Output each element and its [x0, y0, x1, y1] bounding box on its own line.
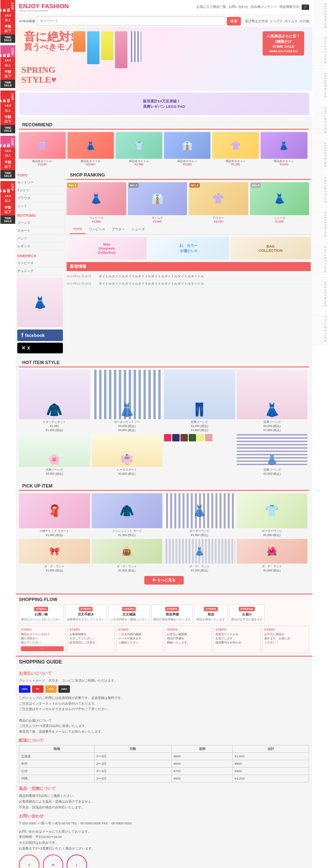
right-sep-3: [312, 103, 328, 103]
payment-icons: VISA MC JCB AMEX: [19, 685, 309, 693]
hotitem-card-4[interactable]: 👗 定番ジーンズ¥6,060 (税込)¥7,800 (税込): [237, 370, 308, 432]
sidebar-time-sale-1: TIMESALE: [0, 35, 15, 43]
logo-tagline: Sell as: More more MORE!: [19, 9, 69, 12]
twitter-label: X: [27, 346, 30, 350]
hotitem-card-1[interactable]: 🧥 スタッデュカット¥1,380¥1,456 (税込): [19, 370, 90, 432]
cat-link-4[interactable]: ニット: [17, 202, 63, 210]
hotitem-name-1: スタッデュカット¥1,380¥1,456 (税込): [19, 420, 90, 432]
ranking-item-4[interactable]: NO.4 👗 シューズ ¥1,200: [250, 182, 310, 223]
search-button[interactable]: 検索: [227, 17, 241, 26]
hotitem-card-6[interactable]: 👘 レーススカート¥2,800 (税込): [92, 434, 163, 476]
cat-link-8[interactable]: レギンス: [17, 243, 63, 251]
table-header-fee2: 合計: [233, 745, 309, 753]
table-cell-1: 北海道: [19, 753, 95, 760]
pickup-card-3[interactable]: 👗 ボーダーワンピ¥1,580 (税込): [164, 493, 235, 537]
sidebar-time-sale-2: TIMESALE: [0, 80, 15, 88]
header-nav-item-1[interactable]: お気に入り商品一覧: [196, 5, 226, 10]
promo-banner-2[interactable]: お、カラーが着たい!!: [148, 237, 229, 260]
flow-step-num-1: STEP1: [34, 607, 48, 611]
flow-d-content-1: 商品をカートに入れて購入手続きへ進んでください。: [21, 632, 64, 645]
product-item-3[interactable]: 👕 商品名タイトル ¥1,500: [115, 132, 162, 166]
ranking-name-1: ワンピース: [67, 216, 126, 220]
facebook-button[interactable]: f facebook: [17, 330, 63, 341]
hotitem-img-2: 👗: [92, 370, 163, 419]
pickup-card-8[interactable]: 🌺 ボ・デ・ラント¥1,680 (税込): [237, 539, 308, 573]
product-item-6[interactable]: 👗 商品名ネキャン ¥3,240: [261, 132, 307, 166]
hotitem-card-7[interactable]: [164, 434, 235, 476]
cat-link-3[interactable]: ブラウス: [17, 195, 63, 202]
hotitem-card-3[interactable]: 👖 定番ジーンズ¥1,456 (税込)¥1,600 (税込): [164, 370, 235, 432]
cat-link-6[interactable]: スカート: [17, 227, 63, 235]
table-cell-16: ¥1,200: [233, 775, 309, 782]
ranking-img-3: NO.3 👚: [189, 182, 248, 215]
product-item-4[interactable]: 👔 商品名ネキャン ¥3,000: [164, 132, 211, 166]
right-collection-9: 2024SPRING: [313, 279, 328, 311]
pickup-section: PICK UP ITEM 🧣 小柄チェック スカート¥1,580 (税込) 🧥 …: [16, 478, 312, 590]
ranking-item-3[interactable]: NO.3 👚 アウター ¥3,200: [189, 182, 248, 223]
pickup-card-2[interactable]: 🧥 メッシュニット カード¥1,580 (税込): [92, 493, 163, 537]
sale-badge[interactable]: 人気商品さらに安！ 4種類だけ 4TIME SALE 4M90.CC-FU15.…: [263, 31, 304, 56]
cart-icon-text[interactable]: 🛒: [302, 5, 309, 10]
table-header-fee: 送料: [171, 745, 233, 753]
header-nav-item-3[interactable]: 読み物コンテンツ: [251, 5, 277, 10]
nav-bottoms[interactable]: ボトムス: [284, 19, 298, 23]
search-input[interactable]: [37, 16, 225, 26]
pickup-card-6[interactable]: 👜 オ・デ・ラント¥1,600 (税込): [92, 539, 163, 573]
cat-link-9[interactable]: ワンピース: [17, 260, 63, 267]
header-nav-item-4[interactable]: 特定商取引法: [279, 5, 299, 10]
news-text-2: タイトルタイトルタイトルタイトルタイトルタイトルタイトルタイトル: [99, 281, 204, 286]
header-nav-item-2[interactable]: お問い合わせ: [229, 5, 248, 10]
table-cell-5: 本州: [19, 760, 95, 768]
flow-d-content-3: ご注文内容の確認メールが届きます。ご確認ください。: [118, 632, 161, 645]
hotitem-card-5[interactable]: 🌸 大柄ジーンズ¥3,450 (税込): [19, 434, 90, 476]
tab-link-shoes[interactable]: シューズ: [128, 225, 148, 234]
tab-link-tops[interactable]: TOPS: [70, 225, 85, 234]
hotitem-img-1: 🧥: [19, 370, 90, 419]
product-item-2[interactable]: 👗 商品名タイトル ¥2,000: [67, 132, 114, 166]
tab-link-onepiece[interactable]: ワンピース: [85, 225, 109, 234]
shipping-table: 地域 日数 送料 合計 北海道 2〜4日 ¥800 ¥1,000: [19, 745, 309, 782]
ranking-item-1[interactable]: NO.1 👗 ワンピース ¥2,800: [67, 182, 126, 223]
size-circle-2: M: [43, 854, 63, 868]
cat-link-10[interactable]: チュニック: [17, 267, 63, 275]
cat-link-7[interactable]: パンツ: [17, 235, 63, 243]
leggings-banner[interactable]: 販売累計10万足突破！ 美脚レギパン LEGG PAD: [19, 93, 309, 115]
pickup-img-2: 🧥: [92, 493, 163, 528]
cat-link-5[interactable]: ジーンズ: [17, 219, 63, 227]
twitter-button[interactable]: ✕ X: [17, 343, 63, 353]
cat-link-2[interactable]: Tシャツ: [17, 187, 63, 195]
size-circle-3: L: [67, 854, 87, 868]
hotitem-card-8[interactable]: 👗 定番ジーンズ¥2,800 (税込): [237, 434, 308, 476]
news-item-1[interactable]: 2014年02月28日 タイトルタイトルタイトルタイトルタイトルタイトルタイトル…: [67, 273, 311, 280]
product-name-2: 商品名タイトル: [67, 160, 114, 163]
product-item-5[interactable]: 👚 商品名ネキャン ¥1,200: [212, 132, 259, 166]
pickup-card-5[interactable]: 🎀 オ・デ・ラント¥1,800 (税込): [19, 539, 90, 573]
flow-step-num-5: STEP5: [204, 607, 217, 611]
table-header-region: 地域: [19, 745, 95, 753]
hero-main-text: 音に絶対!! 買うべきモノ: [24, 31, 78, 51]
shopping-guide-section: SHOPPING GUIDE お支払いについて クレジットカード、代引き、コンビ…: [16, 656, 312, 868]
pickup-card-4[interactable]: 👕 ボーダーワンピ¥1,580 (税込): [237, 493, 308, 537]
pickup-img-6: 👜: [92, 539, 163, 564]
ranking-item-2[interactable]: NO.2 👔 ボトムス ¥1,800: [128, 182, 187, 223]
promo-banner-1[interactable]: MaxOnepieceCollection: [67, 237, 147, 260]
more-button[interactable]: ▶ もっと見る: [144, 576, 184, 585]
color-swatches-block: [164, 434, 235, 441]
table-cell-10: 3〜4日: [94, 768, 171, 775]
product-item-1[interactable]: 👚 商品名タイトル ¥1,000: [19, 132, 66, 166]
pickup-card-1[interactable]: 🧣 小柄チェック スカート¥1,580 (税込): [19, 493, 90, 537]
pickup-card-7[interactable]: 👗 オ・デ・ラント¥1,590 (税込): [164, 539, 235, 573]
nav-onepiece[interactable]: その他: [299, 19, 309, 23]
news-item-2[interactable]: 2014年02月28日 タイトルタイトルタイトルタイトルタイトルタイトルタイトル…: [67, 280, 311, 288]
cat-link-1[interactable]: カットソー: [17, 179, 63, 187]
ranking-img-1: NO.1 👗: [67, 182, 126, 215]
flow-detail-5: STEP5 発送完了メールをお送りします。追跡番号をお知らせ。: [213, 626, 260, 653]
mc-icon: MC: [32, 685, 44, 693]
nav-tops[interactable]: トップス: [270, 19, 283, 23]
flow-detail-6: STEP6 お手元に商品が届きます。お楽しみください！: [262, 626, 309, 653]
tab-link-outer[interactable]: アウター: [109, 225, 128, 234]
promo-banner-3[interactable]: BAGCOLLECTION: [231, 237, 311, 260]
ranking-img-2: NO.2 👔: [128, 182, 187, 215]
right-collection-4: COLLECTION: [313, 104, 328, 137]
hotitem-card-2[interactable]: 👗 ボーダーカットソー¥4,630 (税込)¥4,850 (税込): [92, 370, 163, 432]
